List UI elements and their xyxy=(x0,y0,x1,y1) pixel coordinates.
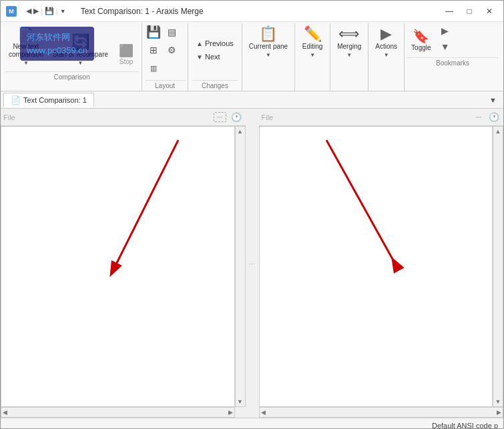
qat-btn-forward[interactable]: ▶ xyxy=(33,7,39,15)
title-text: Text Comparison: 1 - Araxis Merge xyxy=(81,7,204,16)
layout-settings-button[interactable]: ⚙ xyxy=(163,41,180,59)
current-pane-dropdown: ▼ xyxy=(266,52,271,58)
right-hscroll-right[interactable]: ▶ xyxy=(497,409,501,416)
comparison-group-label: Comparison xyxy=(5,71,139,82)
bookmark-right-icon: ▶ xyxy=(441,25,449,36)
panes-area: File ··· 🕐 xyxy=(1,109,503,418)
left-hscroll-right[interactable]: ▶ xyxy=(228,409,233,416)
start-recompare-button[interactable]: 🔄 Start or recompare ▼ xyxy=(49,31,112,68)
layout-group-label: Layout xyxy=(145,80,185,91)
left-vscroll[interactable]: ▲ ▼ xyxy=(235,126,246,407)
ribbon: 📄 + New text comparison ▼ 🔄 Start or rec… xyxy=(1,22,503,91)
bookmark-down-icon: ▼ xyxy=(441,41,450,52)
next-button[interactable]: ▼ Next xyxy=(192,51,238,63)
right-file-label: File xyxy=(262,113,471,121)
title-bar-left: M ◀ ▶ | 💾 | ▼ Text Comparison: 1 - Araxi… xyxy=(6,5,204,17)
right-pane-history-button[interactable]: 🕐 xyxy=(487,112,501,122)
qat-btn-save[interactable]: 💾 xyxy=(45,7,54,15)
current-pane-icon: 📋 xyxy=(259,27,277,41)
layout-3pane-button[interactable]: ⊞ xyxy=(145,41,162,59)
ribbon-group-bookmarks: 🔖 Toggle ▶ ▼ Bookmarks xyxy=(405,23,501,91)
left-hscroll-left[interactable]: ◀ xyxy=(3,409,7,416)
right-pane-header: File ··· 🕐 xyxy=(259,109,504,126)
tab-dropdown-arrow[interactable]: ▼ xyxy=(485,94,501,106)
start-recompare-icon: 🔄 xyxy=(71,35,89,49)
left-pane-browse-button[interactable]: ··· xyxy=(214,112,226,122)
merging-icon: ⟺ xyxy=(338,27,360,41)
right-vscroll-down[interactable]: ▼ xyxy=(495,398,501,405)
bookmark-right-button[interactable]: ▶ xyxy=(437,23,454,38)
left-pane: File ··· 🕐 xyxy=(1,109,246,418)
left-vscroll-up[interactable]: ▲ xyxy=(237,128,243,135)
maximize-button[interactable]: □ xyxy=(461,5,478,17)
left-pane-content-row: ▲ ▼ xyxy=(1,126,246,407)
stop-button[interactable]: ⬛ Stop xyxy=(113,41,139,68)
ribbon-group-actions: ▶ Actions ▼ x xyxy=(368,23,405,91)
right-pane-content[interactable] xyxy=(259,126,493,407)
editing-dropdown: ▼ xyxy=(310,52,315,58)
qat-area: ◀ ▶ | 💾 | ▼ xyxy=(21,5,71,17)
merging-button[interactable]: ⟺ Merging ▼ xyxy=(333,23,365,60)
previous-label: Previous xyxy=(205,39,234,47)
title-bar-controls: — □ ✕ xyxy=(441,5,498,17)
qat-separator: | xyxy=(41,7,43,15)
start-dropdown-arrow: ▼ xyxy=(77,60,83,66)
bookmark-down-button[interactable]: ▼ xyxy=(437,39,454,54)
editing-button[interactable]: ✏️ Editing ▼ xyxy=(298,23,327,60)
right-hscroll[interactable]: ◀ ▶ xyxy=(259,407,504,418)
dropdown-arrow: ▼ xyxy=(23,60,29,66)
actions-button[interactable]: ▶ Actions ▼ xyxy=(371,23,401,60)
previous-icon: ▲ xyxy=(196,40,203,47)
next-label: Next xyxy=(205,53,220,61)
ribbon-group-layout: 💾 ▤ ⊞ ⚙ ▥ Layout xyxy=(142,23,188,91)
bookmarks-group-label: Bookmarks xyxy=(407,57,498,68)
app-icon: M xyxy=(6,6,17,17)
right-hscroll-left[interactable]: ◀ xyxy=(261,409,266,416)
right-pane: File ··· 🕐 xyxy=(259,109,504,418)
layout-save-button[interactable]: 💾 xyxy=(145,23,162,41)
left-red-arrow xyxy=(1,127,234,406)
left-pane-content[interactable] xyxy=(1,126,235,407)
status-text: Default ANSI code p xyxy=(432,422,498,430)
panes-row: File ··· 🕐 xyxy=(1,109,503,418)
left-pane-header: File ··· 🕐 xyxy=(1,109,246,126)
layout-more-button[interactable]: ▥ xyxy=(145,59,162,77)
layout-save-icon: 💾 xyxy=(146,25,161,39)
toggle-icon: 🔖 xyxy=(413,29,429,43)
actions-icon: ▶ xyxy=(381,27,392,41)
layout-more-icon: ▥ xyxy=(150,64,157,73)
right-vscroll-up[interactable]: ▲ xyxy=(495,128,501,135)
pane-divider: ··· xyxy=(246,109,259,418)
actions-dropdown: ▼ xyxy=(384,52,389,58)
ribbon-group-comparison: 📄 + New text comparison ▼ 🔄 Start or rec… xyxy=(3,23,142,91)
right-pane-browse-button[interactable]: ··· xyxy=(473,113,484,121)
layout-3pane-icon: ⊞ xyxy=(150,45,158,55)
right-pane-content-row: ▲ ▼ xyxy=(259,126,504,407)
close-button[interactable]: ✕ xyxy=(481,5,498,17)
tab-label: Text Comparison: 1 xyxy=(23,96,87,104)
qat-dropdown[interactable]: ▼ xyxy=(60,8,66,15)
minimize-button[interactable]: — xyxy=(441,5,458,17)
merging-dropdown: ▼ xyxy=(346,52,352,58)
editing-icon: ✏️ xyxy=(304,27,322,41)
svg-line-1 xyxy=(326,140,393,260)
toggle-button[interactable]: 🔖 Toggle xyxy=(407,26,435,54)
right-red-arrow xyxy=(260,127,493,406)
layout-2pane-icon: ▤ xyxy=(168,27,176,37)
previous-button[interactable]: ▲ Previous xyxy=(192,37,238,49)
tab-text-comparison-1[interactable]: 📄 Text Comparison: 1 xyxy=(3,93,94,107)
left-hscroll[interactable]: ◀ ▶ xyxy=(1,407,235,418)
status-bar: Default ANSI code p xyxy=(1,418,503,429)
right-vscroll[interactable]: ▲ ▼ xyxy=(493,126,503,407)
ribbon-group-current-pane: 📋 Current pane ▼ x xyxy=(242,23,295,91)
qat-btn-back[interactable]: ◀ xyxy=(26,7,31,15)
qat-separator2: | xyxy=(56,7,58,15)
left-pane-history-button[interactable]: 🕐 xyxy=(230,112,243,122)
new-comparison-button[interactable]: 📄 + New text comparison ▼ xyxy=(5,23,47,68)
current-pane-button[interactable]: 📋 Current pane ▼ xyxy=(245,23,292,60)
ribbon-group-merging: ⟺ Merging ▼ x xyxy=(330,23,368,91)
left-vscroll-down[interactable]: ▼ xyxy=(237,398,243,405)
left-file-label: File xyxy=(3,113,212,121)
layout-2pane-button[interactable]: ▤ xyxy=(163,23,180,41)
svg-line-0 xyxy=(111,140,178,274)
